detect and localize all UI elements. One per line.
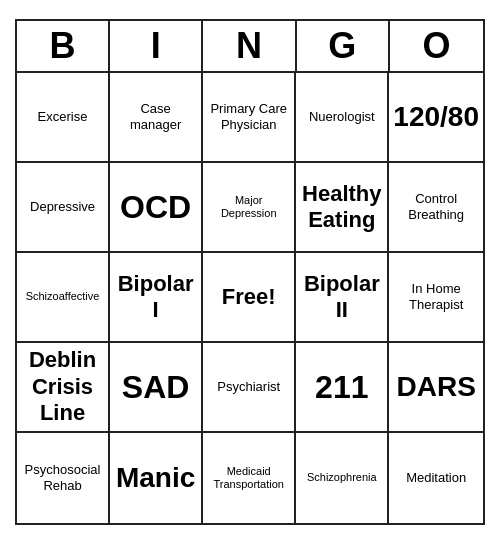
bingo-cell: Bipolar II (296, 253, 389, 343)
bingo-cell: Meditation (389, 433, 483, 523)
header-letter: N (203, 21, 296, 71)
bingo-cell: Manic (110, 433, 203, 523)
bingo-cell: Healthy Eating (296, 163, 389, 253)
bingo-grid: ExceriseCase managerPrimary Care Physici… (17, 73, 483, 523)
bingo-card: BINGO ExceriseCase managerPrimary Care P… (15, 19, 485, 525)
bingo-cell: Major Depression (203, 163, 296, 253)
bingo-cell: Control Breathing (389, 163, 483, 253)
bingo-cell: Schizophrenia (296, 433, 389, 523)
bingo-cell: Excerise (17, 73, 110, 163)
bingo-cell: Schizoaffective (17, 253, 110, 343)
bingo-cell: SAD (110, 343, 203, 433)
bingo-cell: Bipolar I (110, 253, 203, 343)
header-letter: G (297, 21, 390, 71)
bingo-cell: DARS (389, 343, 483, 433)
bingo-cell: In Home Therapist (389, 253, 483, 343)
bingo-cell: Nuerologist (296, 73, 389, 163)
bingo-cell: Free! (203, 253, 296, 343)
bingo-cell: 120/80 (389, 73, 483, 163)
bingo-cell: Case manager (110, 73, 203, 163)
bingo-cell: Depressive (17, 163, 110, 253)
bingo-cell: Medicaid Transportation (203, 433, 296, 523)
bingo-header: BINGO (17, 21, 483, 73)
bingo-cell: OCD (110, 163, 203, 253)
bingo-cell: Psychosocial Rehab (17, 433, 110, 523)
bingo-cell: Psychiarist (203, 343, 296, 433)
header-letter: B (17, 21, 110, 71)
bingo-cell: 211 (296, 343, 389, 433)
bingo-cell: Deblin Crisis Line (17, 343, 110, 433)
header-letter: I (110, 21, 203, 71)
header-letter: O (390, 21, 483, 71)
bingo-cell: Primary Care Physician (203, 73, 296, 163)
